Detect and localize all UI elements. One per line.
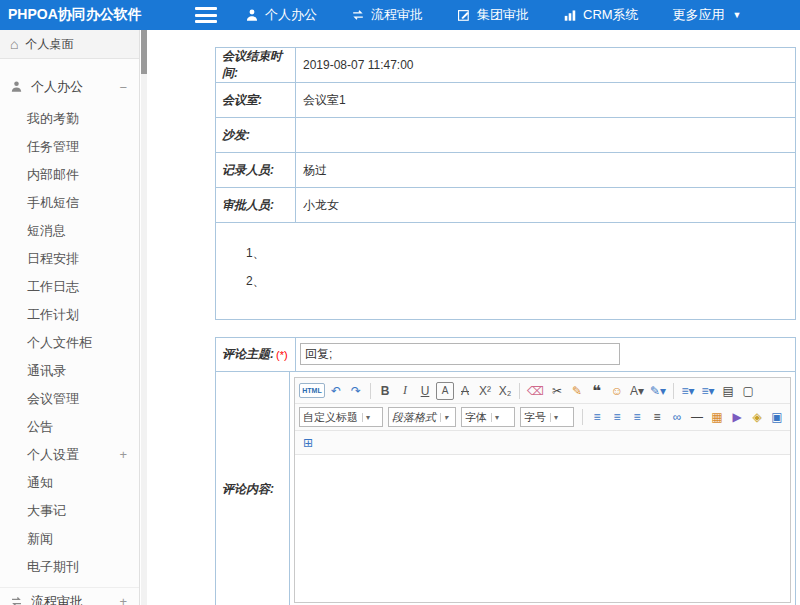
nav-group-approval[interactable]: 集团审批 xyxy=(457,6,529,24)
font-size-dropdown[interactable]: 字号 ▾ xyxy=(520,407,574,427)
sidebar-item-contacts[interactable]: 通讯录 xyxy=(0,357,139,385)
comment-form-table: 评论主题: (*) 评论内容: HTML ↶ ↷ B xyxy=(215,337,796,605)
emoticon-icon[interactable]: ☺ xyxy=(608,382,626,400)
map-icon[interactable]: ◈ xyxy=(748,408,766,426)
sidebar-item-meeting-management[interactable]: 会议管理 xyxy=(0,385,139,413)
sidebar-section-personal-office[interactable]: 个人办公 − xyxy=(0,73,139,101)
undo-icon[interactable]: ↶ xyxy=(327,382,345,400)
sidebar-item-internal-mail[interactable]: 内部邮件 xyxy=(0,161,139,189)
sidebar-item-schedule[interactable]: 日程安排 xyxy=(0,245,139,273)
media-icon[interactable]: ▶ xyxy=(728,408,746,426)
sidebar-item-announcement[interactable]: 公告 xyxy=(0,413,139,441)
underline-button[interactable]: U xyxy=(416,382,434,400)
sidebar-item-personal-settings[interactable]: 个人设置 + xyxy=(0,441,139,469)
strikethrough-button[interactable]: A xyxy=(456,382,474,400)
dropdown-label: 字体 xyxy=(465,410,487,425)
nav-more-apps[interactable]: 更多应用 ▼ xyxy=(673,6,742,24)
background-color-button[interactable]: ✎▾ xyxy=(648,382,668,400)
field-label-recorder: 记录人员: xyxy=(216,153,296,188)
nav-label: 个人办公 xyxy=(265,6,317,24)
table-row: 评论内容: HTML ↶ ↷ B I U A A X² xyxy=(216,372,796,605)
font-family-dropdown[interactable]: 字体 ▾ xyxy=(461,407,515,427)
align-right-button[interactable]: ≡ xyxy=(628,408,646,426)
comment-subject-input[interactable] xyxy=(300,343,620,365)
edit-approve-icon xyxy=(457,8,471,22)
field-value-sofa xyxy=(296,118,796,153)
sidebar-item-work-plan[interactable]: 工作计划 xyxy=(0,301,139,329)
toolbar-separator xyxy=(519,383,520,399)
editor-content-area[interactable] xyxy=(295,455,790,602)
sidebar-item-desktop[interactable]: ⌂ 个人桌面 xyxy=(0,30,139,59)
hamburger-menu-icon[interactable] xyxy=(195,7,217,23)
source-button[interactable]: HTML xyxy=(299,383,325,398)
remove-format-icon[interactable]: ⌫ xyxy=(525,382,546,400)
horizontal-rule-icon[interactable]: — xyxy=(688,408,706,426)
sidebar-item-e-journal[interactable]: 电子期刊 xyxy=(0,553,139,581)
align-justify-button[interactable]: ≡ xyxy=(648,408,666,426)
chevron-down-icon: ▼ xyxy=(733,10,742,20)
chevron-down-icon: ▾ xyxy=(440,413,448,422)
sidebar-item-work-log[interactable]: 工作日志 xyxy=(0,273,139,301)
toolbar-separator xyxy=(370,383,371,399)
sidebar-menu: 我的考勤 任务管理 内部邮件 手机短信 短消息 日程安排 工作日志 工作计划 个… xyxy=(0,105,139,581)
sidebar-item-label: 个人桌面 xyxy=(25,36,73,53)
content-line: 2、 xyxy=(246,267,795,295)
font-background-button[interactable]: A xyxy=(436,382,454,400)
field-label-meeting-end-time: 会议结束时间: xyxy=(216,48,296,83)
field-value-meeting-room: 会议室1 xyxy=(296,83,796,118)
sidebar-item-mobile-sms[interactable]: 手机短信 xyxy=(0,189,139,217)
paragraph-format-dropdown[interactable]: 段落格式 ▾ xyxy=(388,407,456,427)
indent-button[interactable]: ▤ xyxy=(719,382,737,400)
expand-icon: + xyxy=(119,594,127,605)
table-row: 1、 2、 xyxy=(216,223,796,320)
topbar: PHPOA协同办公软件 个人办公 流程审批 集团审批 CRM系统 xyxy=(0,0,800,30)
unordered-list-button[interactable]: ≡▾ xyxy=(699,382,717,400)
sidebar-item-notice[interactable]: 通知 xyxy=(0,469,139,497)
redo-icon[interactable]: ↷ xyxy=(347,382,365,400)
insert-table-button[interactable]: ⊞ xyxy=(299,434,317,452)
chevron-down-icon: ▾ xyxy=(491,413,499,422)
sidebar-item-task-management[interactable]: 任务管理 xyxy=(0,133,139,161)
table-row: 记录人员: 杨过 xyxy=(216,153,796,188)
ordered-list-button[interactable]: ≡▾ xyxy=(679,382,697,400)
section-label: 个人办公 xyxy=(31,78,83,96)
align-left-button[interactable]: ≡ xyxy=(588,408,606,426)
superscript-button[interactable]: X² xyxy=(476,382,494,400)
sidebar-item-file-cabinet[interactable]: 个人文件柜 xyxy=(0,329,139,357)
app-logo[interactable]: PHPOA协同办公软件 xyxy=(0,6,150,24)
field-label-approver: 审批人员: xyxy=(216,188,296,223)
table-row: 会议室: 会议室1 xyxy=(216,83,796,118)
new-page-button[interactable]: ▢ xyxy=(739,382,757,400)
home-icon: ⌂ xyxy=(10,36,18,52)
table-row: 评论主题: (*) xyxy=(216,338,796,372)
sidebar-section-workflow-approval[interactable]: 流程审批 + xyxy=(0,587,139,605)
field-value-approver: 小龙女 xyxy=(296,188,796,223)
comment-content-cell: HTML ↶ ↷ B I U A A X² X₂ ⌫ ✂ ✎ xyxy=(290,372,796,605)
bold-button[interactable]: B xyxy=(376,382,394,400)
font-color-button[interactable]: A▾ xyxy=(628,382,646,400)
main-content: 会议结束时间: 2019-08-07 11:47:00 会议室: 会议室1 沙发… xyxy=(147,30,800,605)
sidebar-item-news[interactable]: 新闻 xyxy=(0,525,139,553)
field-label-meeting-room: 会议室: xyxy=(216,83,296,118)
blockquote-icon[interactable]: ❝ xyxy=(588,382,606,400)
nav-crm-system[interactable]: CRM系统 xyxy=(563,6,639,24)
meeting-content-cell: 1、 2、 xyxy=(216,223,796,320)
sidebar-item-major-events[interactable]: 大事记 xyxy=(0,497,139,525)
sidebar-item-attendance[interactable]: 我的考勤 xyxy=(0,105,139,133)
content-line: 1、 xyxy=(246,239,795,267)
highlight-icon[interactable]: ✎ xyxy=(568,382,586,400)
link-icon[interactable]: ∞ xyxy=(668,408,686,426)
nav-personal-office[interactable]: 个人办公 xyxy=(245,6,317,24)
align-center-button[interactable]: ≡ xyxy=(608,408,626,426)
image-icon[interactable]: ▦ xyxy=(708,408,726,426)
dropdown-label: 段落格式 xyxy=(392,410,436,425)
sidebar-item-short-message[interactable]: 短消息 xyxy=(0,217,139,245)
subscript-button[interactable]: X₂ xyxy=(496,382,514,400)
nav-workflow-approval[interactable]: 流程审批 xyxy=(351,6,423,24)
nav-label: 集团审批 xyxy=(477,6,529,24)
save-icon[interactable]: ▣ xyxy=(768,408,786,426)
custom-title-dropdown[interactable]: 自定义标题 ▾ xyxy=(299,407,383,427)
comment-subject-label: 评论主题: (*) xyxy=(216,338,296,372)
format-painter-icon[interactable]: ✂ xyxy=(548,382,566,400)
italic-button[interactable]: I xyxy=(396,382,414,400)
